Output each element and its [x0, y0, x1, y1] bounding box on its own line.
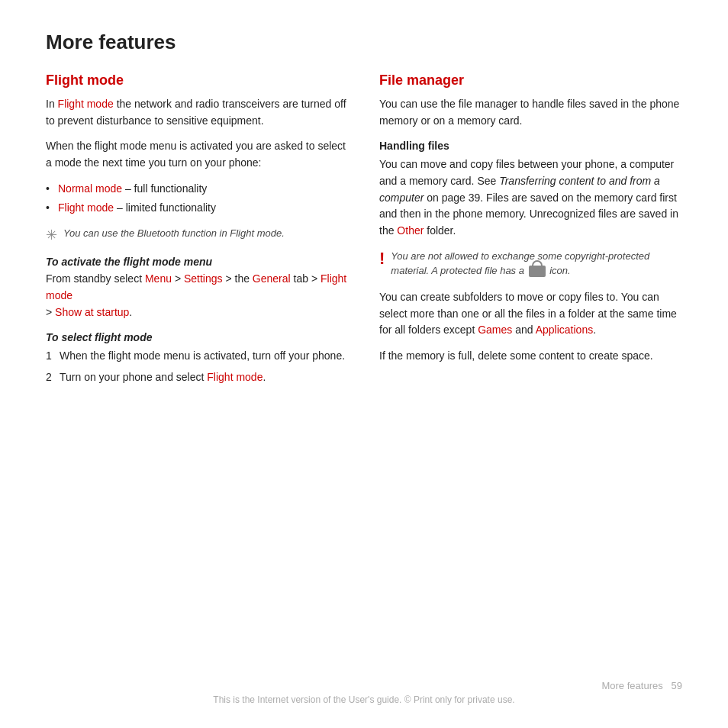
tip-text: You can use the Bluetooth function in Fl…: [63, 226, 285, 241]
page-number: 59: [672, 680, 682, 691]
activate-heading: To activate the flight mode menu: [46, 256, 349, 268]
warning-box: ! You are not allowed to exchange some c…: [379, 249, 682, 279]
list-item: 1 When the flight mode menu is activated…: [46, 348, 349, 365]
flight-mode-bullets: Normal mode – full functionality Flight …: [46, 181, 349, 217]
file-manager-intro: You can use the file manager to handle f…: [379, 96, 682, 129]
activate-instruction: From standby select Menu > Settings > th…: [46, 271, 349, 321]
handling-files-heading: Handling files: [379, 140, 682, 152]
file-manager-heading: File manager: [379, 72, 682, 89]
footer-disclaimer: This is the Internet version of the User…: [213, 694, 514, 705]
subfolders-text: You can create subfolders to move or cop…: [379, 289, 682, 339]
lightbulb-icon: ✳: [46, 226, 57, 245]
page-label: More features: [601, 680, 662, 691]
flight-mode-body: When the flight mode menu is activated y…: [46, 138, 349, 171]
list-item: 2 Turn on your phone and select Flight m…: [46, 369, 349, 386]
warning-icon: !: [379, 249, 385, 269]
tip-box: ✳ You can use the Bluetooth function in …: [46, 226, 349, 245]
left-column: Flight mode In Flight mode the network a…: [46, 72, 349, 395]
memory-full-text: If the memory is full, delete some conte…: [379, 348, 682, 365]
handling-files-body: You can move and copy files between your…: [379, 156, 682, 239]
select-heading: To select flight mode: [46, 331, 349, 343]
page-title: More features: [46, 31, 682, 54]
list-item: Flight mode – limited functionality: [46, 200, 349, 217]
flight-mode-intro: In Flight mode the network and radio tra…: [46, 96, 349, 129]
flight-mode-heading: Flight mode: [46, 72, 349, 89]
select-steps: 1 When the flight mode menu is activated…: [46, 348, 349, 385]
right-column: File manager You can use the file manage…: [379, 72, 682, 395]
page-footer: More features 59 This is the Internet ve…: [0, 680, 728, 705]
page-number-row: More features 59: [0, 680, 728, 691]
warning-text: You are not allowed to exchange some cop…: [391, 249, 682, 279]
lock-icon-inline: [529, 266, 546, 277]
list-item: Normal mode – full functionality: [46, 181, 349, 198]
